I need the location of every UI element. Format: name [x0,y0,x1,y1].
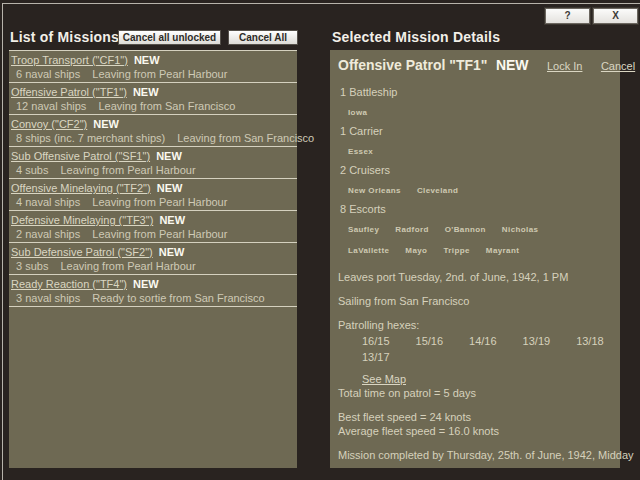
window-frame-top-edge [2,3,640,4]
mission-ship-count: 4 subs [16,164,48,176]
mission-origin: Leaving from San Francisco [98,100,235,112]
mission-list-item[interactable]: Sub Offensive Patrol ("SF1") NEW 4 subs … [9,146,297,178]
help-button[interactable]: ? [545,8,590,24]
new-badge: NEW [134,54,160,66]
mission-origin: Leaving from Pearl Harbour [60,260,195,272]
new-badge: NEW [93,118,119,130]
new-badge: NEW [156,150,182,162]
fleet-group-label: 1 Battleship [338,86,612,98]
mission-link[interactable]: Sub Offensive Patrol ("SF1") [11,150,150,162]
mission-subtitle-line: 2 naval ships Leaving from Pearl Harbour [11,228,297,240]
mission-title-line: Convoy ("CF2") NEW [11,118,297,130]
mission-origin: Leaving from Pearl Harbour [92,196,227,208]
mission-title-line: Offensive Patrol ("TF1") NEW [11,86,297,98]
new-badge: NEW [159,246,185,258]
hex-coordinate: 13/17 [362,351,390,363]
hex-coordinate: 13/18 [576,335,604,347]
detail-title-row: Offensive Patrol "TF1" NEW Lock In Cance… [338,56,612,74]
detail-mission-title: Offensive Patrol "TF1" [338,57,487,73]
mission-link[interactable]: Offensive Minelaying ("TF2") [11,182,151,194]
hex-row: 16/1515/1614/1613/1913/18 [338,335,612,347]
mission-list-item[interactable]: Offensive Minelaying ("TF2") NEW 4 naval… [9,178,297,210]
ship-name: Trippe [443,246,469,255]
leaves-port-text: Leaves port Tuesday, 2nd. of June, 1942,… [338,271,612,283]
mission-ship-count: 6 naval ships [16,68,80,80]
mission-completed-text: Mission completed by Thursday, 25th. of … [338,449,612,461]
mission-list-panel: Troop Transport ("CF1") NEW 6 naval ship… [9,50,297,468]
mission-subtitle-line: 8 ships (inc. 7 merchant ships) Leaving … [11,132,297,144]
mission-list-item[interactable]: Convoy ("CF2") NEW 8 ships (inc. 7 merch… [9,114,297,146]
best-speed-text: Best fleet speed = 24 knots [338,411,612,423]
mission-list-item[interactable]: Offensive Patrol ("TF1") NEW 12 naval sh… [9,82,297,114]
selected-mission-details-title: Selected Mission Details [332,29,500,45]
cancel-all-button[interactable]: Cancel All [228,30,298,45]
mission-link[interactable]: Ready Reaction ("TF4") [11,278,127,290]
see-map-link[interactable]: See Map [362,373,406,385]
mission-ship-count: 4 naval ships [16,196,80,208]
mission-list-item[interactable]: Defensive Minelaying ("TF3") NEW 2 naval… [9,210,297,242]
mission-origin: Leaving from Pearl Harbour [60,164,195,176]
ship-name: Radford [395,225,428,234]
mission-subtitle-line: 12 naval ships Leaving from San Francisc… [11,100,297,112]
mission-list-item[interactable]: Ready Reaction ("TF4") NEW 3 naval ships… [9,274,297,307]
mission-ship-count: 12 naval ships [16,100,86,112]
mission-subtitle-line: 3 subs Leaving from Pearl Harbour [11,260,297,272]
mission-ship-count: 8 ships (inc. 7 merchant ships) [16,132,165,144]
mission-ship-count: 2 naval ships [16,228,80,240]
ship-name-row: Essex [338,140,612,158]
new-badge: NEW [159,214,185,226]
mission-link[interactable]: Defensive Minelaying ("TF3") [11,214,153,226]
mission-subtitle-line: 6 naval ships Leaving from Pearl Harbour [11,68,297,80]
mission-list-item[interactable]: Troop Transport ("CF1") NEW 6 naval ship… [9,50,297,82]
mission-link[interactable]: Troop Transport ("CF1") [11,54,128,66]
fleet-group-label: 8 Escorts [338,203,612,215]
total-time-text: Total time on patrol = 5 days [338,387,612,399]
mission-link[interactable]: Sub Defensive Patrol ("SF2") [11,246,153,258]
mission-detail-panel: Offensive Patrol "TF1" NEW Lock In Cance… [330,50,620,468]
lock-in-link[interactable]: Lock In [547,60,582,72]
hex-row: 13/17 [338,351,612,363]
mission-title-line: Ready Reaction ("TF4") NEW [11,278,297,290]
mission-list-item[interactable]: Sub Defensive Patrol ("SF2") NEW 3 subs … [9,242,297,274]
ship-name-row: Iowa [338,101,612,119]
ship-name: LaVallette [348,246,389,255]
hex-coordinate: 15/16 [416,335,444,347]
mission-title-line: Sub Offensive Patrol ("SF1") NEW [11,150,297,162]
ship-name: Saufley [348,225,379,234]
mission-title-line: Offensive Minelaying ("TF2") NEW [11,182,297,194]
mission-link[interactable]: Offensive Patrol ("TF1") [11,86,127,98]
mission-subtitle-line: 4 naval ships Leaving from Pearl Harbour [11,196,297,208]
mission-title-line: Sub Defensive Patrol ("SF2") NEW [11,246,297,258]
hex-coordinate: 14/16 [469,335,497,347]
mission-subtitle-line: 4 subs Leaving from Pearl Harbour [11,164,297,176]
mission-origin: Ready to sortie from San Francisco [92,292,264,304]
fleet-group-label: 2 Cruisers [338,164,612,176]
ship-name: Mayrant [486,246,519,255]
mission-origin: Leaving from Pearl Harbour [92,228,227,240]
new-badge: NEW [133,86,159,98]
hex-coordinate: 16/15 [362,335,390,347]
mission-ship-count: 3 subs [16,260,48,272]
hex-coordinate: 13/19 [523,335,551,347]
new-badge: NEW [157,182,183,194]
window-frame-left-edge [2,3,3,480]
mission-ship-count: 3 naval ships [16,292,80,304]
ship-name: O'Bannon [445,225,486,234]
detail-new-badge: NEW [496,57,529,73]
ship-name: Cleveland [417,186,458,195]
mission-list-title: List of Missions [10,29,119,45]
mission-origin: Leaving from Pearl Harbour [92,68,227,80]
mission-title-line: Troop Transport ("CF1") NEW [11,54,297,66]
ship-name: Iowa [348,108,367,117]
cancel-all-unlocked-button[interactable]: Cancel all unlocked [118,30,221,45]
mission-subtitle-line: 3 naval ships Ready to sortie from San F… [11,292,297,304]
ship-name: Mayo [405,246,427,255]
cancel-link[interactable]: Cancel [601,60,635,72]
ship-name-row: New OrleansCleveland [338,179,612,197]
close-button[interactable]: X [593,8,638,24]
ship-name: Nicholas [502,225,539,234]
new-badge: NEW [133,278,159,290]
mission-link[interactable]: Convoy ("CF2") [11,118,87,130]
ship-name: New Orleans [348,186,401,195]
ship-name-row: SaufleyRadfordO'BannonNicholas [338,218,612,236]
